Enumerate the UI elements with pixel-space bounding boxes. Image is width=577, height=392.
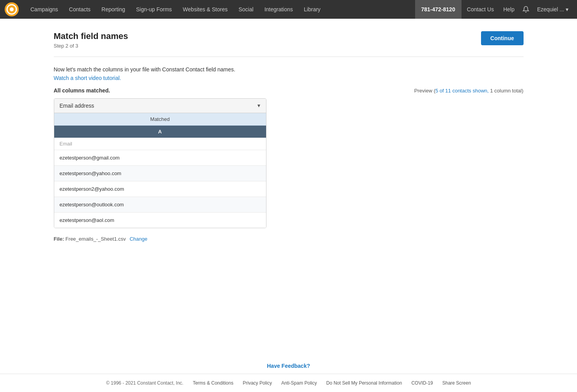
- table-row: ezetestperson2@yahoo.com: [54, 181, 266, 197]
- page-header-text: Match field names Step 2 of 3: [54, 31, 128, 49]
- nav-social[interactable]: Social: [233, 0, 259, 19]
- field-select-wrapper: Email address First Name Last Name Phone…: [54, 99, 266, 113]
- nav-campaigns[interactable]: Campaigns: [25, 0, 64, 19]
- nav-library[interactable]: Library: [298, 0, 326, 19]
- footer-do-not-sell[interactable]: Do Not Sell My Personal Information: [326, 380, 402, 386]
- nav-reporting[interactable]: Reporting: [96, 0, 131, 19]
- column-header: A: [54, 126, 266, 138]
- navbar-right: 781-472-8120 Contact Us Help Ezequiel ..…: [415, 0, 573, 19]
- preview-info: Preview (5 of 11 contacts shown, 1 colum…: [414, 88, 524, 94]
- instruction-text: Now let's match the columns in your file…: [54, 66, 524, 73]
- notification-bell[interactable]: [518, 0, 533, 19]
- navbar: Campaigns Contacts Reporting Sign-up For…: [0, 0, 577, 19]
- footer-covid[interactable]: COVID-19: [411, 380, 433, 386]
- field-match-table: Email address First Name Last Name Phone…: [54, 98, 266, 228]
- field-select[interactable]: Email address First Name Last Name Phone…: [54, 99, 266, 113]
- file-label: File:: [54, 236, 64, 242]
- svg-point-2: [10, 7, 14, 11]
- main-content: Match field names Step 2 of 3 Continue N…: [35, 19, 542, 353]
- nav-websites[interactable]: Websites & Stores: [178, 0, 233, 19]
- page-header: Match field names Step 2 of 3 Continue: [54, 31, 524, 57]
- user-name: Ezequiel ...: [537, 6, 564, 12]
- change-file-link[interactable]: Change: [130, 236, 147, 242]
- nav-integrations[interactable]: Integrations: [259, 0, 298, 19]
- main-nav: Campaigns Contacts Reporting Sign-up For…: [25, 0, 415, 19]
- footer-share-screen[interactable]: Share Screen: [442, 380, 471, 386]
- phone-number: 781-472-8120: [415, 0, 462, 19]
- status-bar: All columns matched. Preview (5 of 11 co…: [54, 87, 524, 94]
- nav-contacts[interactable]: Contacts: [64, 0, 96, 19]
- contact-us-link[interactable]: Contact Us: [462, 0, 499, 19]
- logo[interactable]: [5, 2, 19, 16]
- email-column-header: Email: [54, 138, 266, 150]
- feedback-section: Have Feedback?: [0, 353, 577, 374]
- footer-privacy[interactable]: Privacy Policy: [243, 380, 272, 386]
- table-row: ezetestperson@yahoo.com: [54, 166, 266, 181]
- field-select-row: Email address First Name Last Name Phone…: [54, 99, 266, 113]
- table-row: ezetestperson@aol.com: [54, 213, 266, 228]
- matched-label: Matched: [54, 113, 266, 126]
- footer-terms[interactable]: Terms & Conditions: [193, 380, 233, 386]
- feedback-link[interactable]: Have Feedback?: [267, 363, 310, 369]
- preview-count-link[interactable]: 5 of 11 contacts shown,: [435, 88, 489, 94]
- file-name: Free_emails_-_Sheet1.csv: [66, 236, 126, 242]
- table-row: ezetestperson@outlook.com: [54, 197, 266, 213]
- file-info: File: Free_emails_-_Sheet1.csv Change: [54, 236, 524, 242]
- footer-copyright: © 1996 - 2021 Constant Contact, Inc.: [106, 380, 183, 386]
- instructions: Now let's match the columns in your file…: [54, 66, 524, 81]
- chevron-down-icon: ▾: [566, 6, 568, 12]
- user-menu[interactable]: Ezequiel ... ▾: [533, 0, 572, 19]
- footer-antispam[interactable]: Anti-Spam Policy: [281, 380, 317, 386]
- page-title: Match field names: [54, 31, 128, 41]
- help-link[interactable]: Help: [499, 0, 518, 19]
- nav-signup-forms[interactable]: Sign-up Forms: [131, 0, 178, 19]
- page-subtitle: Step 2 of 3: [54, 43, 128, 49]
- all-matched-label: All columns matched.: [54, 87, 110, 94]
- footer: © 1996 - 2021 Constant Contact, Inc. Ter…: [0, 374, 577, 392]
- continue-button[interactable]: Continue: [481, 31, 524, 45]
- video-tutorial-link[interactable]: Watch a short video tutorial.: [54, 75, 121, 81]
- table-row: ezetestperson@gmail.com: [54, 150, 266, 166]
